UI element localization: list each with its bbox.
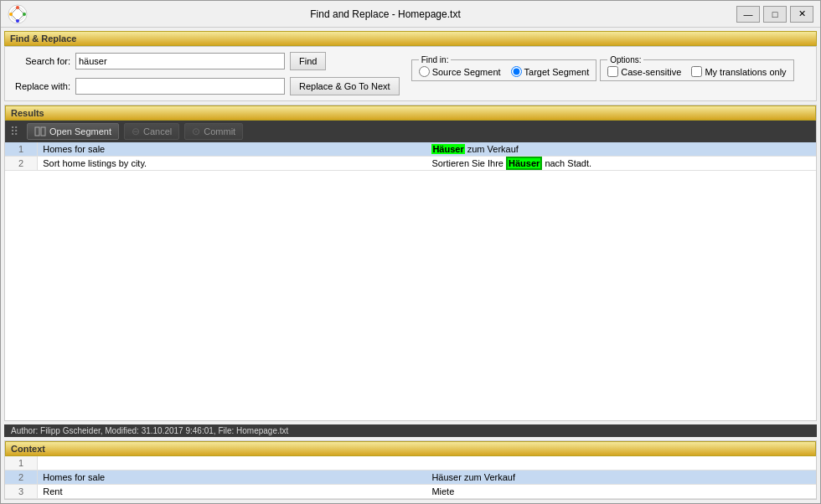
open-segment-label: Open Segment <box>49 126 111 136</box>
app-logo <box>8 4 28 24</box>
case-sensitive-option[interactable]: Case-sensitive <box>607 66 681 77</box>
maximize-button[interactable]: □ <box>763 6 787 23</box>
find-button[interactable]: Find <box>290 52 326 70</box>
options-checkboxes: Case-sensitive My translations only <box>607 66 786 77</box>
commit-button[interactable]: ⊙ Commit <box>184 123 243 140</box>
source-segment-label: Source Segment <box>432 67 501 77</box>
cancel-icon: ⊖ <box>132 126 140 137</box>
cancel-button[interactable]: ⊖ Cancel <box>124 123 179 140</box>
target-segment-radio[interactable] <box>511 66 522 77</box>
cancel-label: Cancel <box>143 126 172 136</box>
open-segment-button[interactable]: Open Segment <box>27 123 119 140</box>
title-bar: Find and Replace - Homepage.txt — □ ✕ <box>1 1 820 28</box>
open-segment-icon <box>34 126 46 137</box>
highlight-match: Häuser <box>431 144 464 154</box>
table-row[interactable]: 3 Rent Miete <box>5 485 816 499</box>
source-cell: Rent <box>38 485 427 499</box>
row-number: 2 <box>5 471 38 485</box>
svg-rect-7 <box>41 127 45 136</box>
source-segment-radio[interactable] <box>419 66 430 77</box>
minimize-button[interactable]: — <box>736 6 760 23</box>
main-content: Find & Replace Search for: Find Replace … <box>1 28 820 503</box>
replace-row: Replace with: Replace & Go To Next <box>12 77 400 95</box>
find-replace-header: Find & Replace <box>4 31 817 46</box>
options-group: Options: Case-sensitive My translations … <box>600 55 793 81</box>
find-in-radio-group: Source Segment Target Segment <box>419 66 590 77</box>
table-row[interactable]: 1 Homes for sale Häuser zum Verkauf <box>5 142 816 157</box>
target-cell <box>426 456 816 471</box>
table-row[interactable]: 2 Sort home listings by city. Sortieren … <box>5 157 816 171</box>
results-table: 1 Homes for sale Häuser zum Verkauf 2 So… <box>5 142 816 420</box>
fr-inputs: Search for: Find Replace with: Replace &… <box>12 52 400 95</box>
commit-label: Commit <box>204 126 235 136</box>
window-title: Find and Replace - Homepage.txt <box>34 8 736 20</box>
source-cell: Sort home listings by city. <box>38 157 427 171</box>
results-data-table: 1 Homes for sale Häuser zum Verkauf 2 So… <box>5 142 816 171</box>
source-segment-option[interactable]: Source Segment <box>419 66 501 77</box>
target-cell: Miete <box>426 485 816 499</box>
find-replace-section: Find & Replace Search for: Find Replace … <box>4 31 817 101</box>
case-sensitive-label: Case-sensitive <box>621 67 681 77</box>
search-input[interactable] <box>75 53 285 69</box>
results-header: Results <box>5 105 816 121</box>
commit-icon: ⊙ <box>192 126 200 137</box>
target-cell: Sortieren Sie Ihre Häuser nach Stadt. <box>426 157 816 171</box>
results-section: Results ⠿ Open Segment ⊖ Cancel ⊙ Commit <box>4 105 817 421</box>
case-sensitive-checkbox[interactable] <box>607 66 618 77</box>
context-table: 1 2 Homes for sale Häuser zum Verkauf 3 … <box>5 456 816 499</box>
svg-point-5 <box>9 13 13 16</box>
target-segment-label: Target Segment <box>524 67 590 77</box>
highlight-match: Häuser <box>506 157 542 170</box>
find-in-group: Find in: Source Segment Target Segment <box>411 55 597 81</box>
svg-point-3 <box>23 13 26 16</box>
source-cell: Homes for sale <box>38 142 427 157</box>
table-row[interactable]: 2 Homes for sale Häuser zum Verkauf <box>5 471 816 485</box>
replace-input[interactable] <box>75 78 285 95</box>
replace-label: Replace with: <box>12 81 70 91</box>
my-translations-option[interactable]: My translations only <box>691 66 786 77</box>
my-translations-checkbox[interactable] <box>691 66 702 77</box>
context-header: Context <box>5 441 816 456</box>
context-data-table: 1 2 Homes for sale Häuser zum Verkauf 3 … <box>5 456 816 499</box>
row-number: 2 <box>5 157 38 171</box>
status-bar: Author: Filipp Gscheider, Modified: 31.1… <box>4 424 817 437</box>
window-controls: — □ ✕ <box>736 6 813 23</box>
my-translations-label: My translations only <box>705 67 786 77</box>
context-section: Context 1 2 Homes for sale Häuser zum Ve… <box>4 440 817 500</box>
results-toolbar: ⠿ Open Segment ⊖ Cancel ⊙ Commit <box>5 121 816 142</box>
row-number: 3 <box>5 485 38 499</box>
fr-options: Find in: Source Segment Target Segment <box>411 55 794 81</box>
row-number: 1 <box>5 456 38 471</box>
find-in-legend: Find in: <box>419 55 452 64</box>
source-cell <box>38 456 427 471</box>
status-text: Author: Filipp Gscheider, Modified: 31.1… <box>11 426 288 435</box>
svg-point-4 <box>16 19 19 23</box>
replace-go-button[interactable]: Replace & Go To Next <box>290 77 400 95</box>
drag-handle-icon: ⠿ <box>10 125 18 138</box>
source-cell: Homes for sale <box>38 471 427 485</box>
main-window: Find and Replace - Homepage.txt — □ ✕ Fi… <box>0 0 821 504</box>
svg-point-2 <box>16 6 19 9</box>
find-replace-panel: Search for: Find Replace with: Replace &… <box>4 46 817 101</box>
search-label: Search for: <box>12 56 70 66</box>
search-row: Search for: Find <box>12 52 400 70</box>
target-cell: Häuser zum Verkauf <box>426 471 816 485</box>
close-button[interactable]: ✕ <box>790 6 813 23</box>
svg-rect-6 <box>35 127 39 136</box>
target-cell: Häuser zum Verkauf <box>426 142 816 157</box>
options-legend: Options: <box>607 55 643 64</box>
table-row[interactable]: 1 <box>5 456 816 471</box>
row-number: 1 <box>5 142 38 157</box>
target-segment-option[interactable]: Target Segment <box>511 66 590 77</box>
